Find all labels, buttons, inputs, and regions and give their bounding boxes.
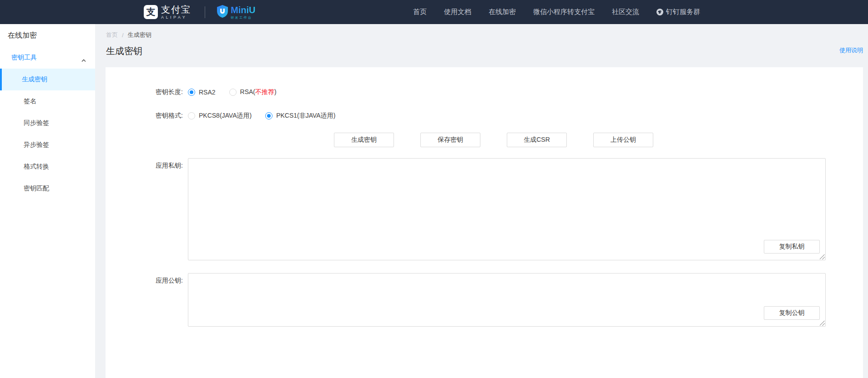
public-key-area: 复制公钥 — [188, 273, 826, 327]
nav-item-label: 社区交流 — [612, 8, 639, 16]
sidebar-item-generate-key[interactable]: 生成密钥 — [0, 69, 95, 90]
sidebar-item-label: 异步验签 — [24, 141, 49, 149]
public-key-label: 应用公钥: — [106, 277, 183, 285]
public-key-textarea[interactable] — [188, 274, 825, 326]
radio-rsa2[interactable]: RSA2 — [188, 89, 216, 96]
miniu-name: MiniU — [231, 5, 255, 15]
sidebar-item-label: 格式转换 — [24, 163, 49, 171]
miniu-logo-text: MiniU 研发工作台 — [231, 5, 255, 19]
usage-help-link[interactable]: 使用说明 — [839, 46, 863, 55]
generate-key-button[interactable]: 生成密钥 — [334, 133, 394, 147]
sidebar-group-label: 密钥工具 — [11, 54, 37, 62]
nav-item-label: 在线加密 — [489, 8, 516, 16]
sidebar-item-async-verify[interactable]: 异步验签 — [0, 134, 95, 156]
sidebar-item-format-convert[interactable]: 格式转换 — [0, 156, 95, 178]
radio-pkcs1-label: PKCS1(非JAVA适用) — [276, 112, 335, 120]
nav-item-wechat-to-alipay[interactable]: 微信小程序转支付宝 — [533, 8, 595, 16]
rsa-label-prefix: RSA( — [240, 88, 255, 95]
nav-item-docs[interactable]: 使用文档 — [444, 8, 471, 16]
key-format-label: 密钥格式: — [106, 112, 183, 120]
miniu-shield-icon — [217, 5, 228, 20]
radio-circle-icon[interactable] — [188, 89, 195, 96]
content-card: 密钥长度: RSA2 RSA(不推荐) 密钥格式: PKCS8(JAVA适用) … — [106, 67, 863, 378]
radio-rsa[interactable]: RSA(不推荐) — [229, 88, 277, 96]
nav-item-label: 使用文档 — [444, 8, 471, 16]
radio-circle-icon[interactable] — [229, 89, 237, 96]
rsa-not-recommended: 不推荐 — [255, 88, 274, 95]
public-key-row: 应用公钥: 复制公钥 — [106, 273, 863, 327]
private-key-textarea[interactable] — [188, 159, 825, 260]
copy-public-key-button[interactable]: 复制公钥 — [764, 306, 820, 320]
sidebar: 在线加密 密钥工具 生成密钥 签名 同步验签 异步验签 格式转换 密钥匹配 — [0, 24, 95, 378]
nav-item-label: 微信小程序转支付宝 — [533, 8, 595, 16]
nav-item-label: 钉钉服务群 — [666, 8, 700, 16]
radio-rsa2-label: RSA2 — [199, 89, 216, 96]
chevron-up-icon — [81, 56, 86, 64]
save-key-button[interactable]: 保存密钥 — [420, 133, 480, 147]
logo-divider — [205, 6, 205, 18]
resize-handle-icon[interactable] — [820, 321, 825, 326]
sidebar-group-key-tools[interactable]: 密钥工具 — [0, 47, 95, 69]
breadcrumb-home[interactable]: 首页 — [106, 31, 118, 39]
sidebar-title: 在线加密 — [0, 24, 95, 47]
radio-pkcs8-label: PKCS8(JAVA适用) — [199, 112, 252, 120]
radio-rsa-label: RSA(不推荐) — [240, 88, 277, 96]
alipay-logo-text: 支付宝 ALIPAY — [161, 5, 191, 20]
key-length-options: RSA2 RSA(不推荐) — [188, 88, 290, 96]
rsa-label-suffix: ) — [274, 88, 277, 95]
miniu-logo: MiniU 研发工作台 — [217, 5, 255, 20]
private-key-area: 复制私钥 — [188, 158, 826, 260]
dingtalk-icon — [656, 9, 663, 15]
key-format-options: PKCS8(JAVA适用) PKCS1(非JAVA适用) — [188, 112, 349, 120]
upload-public-key-button[interactable]: 上传公钥 — [593, 133, 653, 147]
sidebar-item-label: 生成密钥 — [22, 75, 47, 84]
breadcrumb: 首页 / 生成密钥 — [106, 31, 151, 39]
top-navbar: 支 支付宝 ALIPAY MiniU 研发工作 — [0, 0, 868, 24]
sidebar-item-label: 签名 — [24, 97, 36, 105]
key-length-row: 密钥长度: RSA2 RSA(不推荐) — [106, 88, 863, 96]
radio-circle-icon[interactable] — [265, 112, 273, 119]
alipay-glyph: 支 — [146, 6, 156, 18]
copy-private-key-button[interactable]: 复制私钥 — [764, 240, 820, 254]
nav-item-home[interactable]: 首页 — [413, 8, 427, 16]
sidebar-item-label: 同步验签 — [24, 119, 49, 127]
logo-block: 支 支付宝 ALIPAY MiniU 研发工作 — [144, 5, 255, 20]
radio-circle-icon[interactable] — [188, 112, 195, 119]
nav-item-dingtalk-group[interactable]: 钉钉服务群 — [656, 8, 700, 16]
miniu-subtitle: 研发工作台 — [231, 16, 255, 19]
resize-handle-icon[interactable] — [820, 254, 825, 259]
breadcrumb-current: 生成密钥 — [128, 31, 151, 39]
radio-pkcs1[interactable]: PKCS1(非JAVA适用) — [265, 112, 335, 120]
key-format-row: 密钥格式: PKCS8(JAVA适用) PKCS1(非JAVA适用) — [106, 112, 863, 120]
alipay-name-en: ALIPAY — [161, 15, 191, 20]
sidebar-item-key-match[interactable]: 密钥匹配 — [0, 178, 95, 199]
alipay-logo-icon: 支 — [144, 5, 158, 19]
nav-item-community[interactable]: 社区交流 — [612, 8, 639, 16]
actions-row: 生成密钥 保存密钥 生成CSR 上传公钥 — [334, 133, 863, 147]
radio-pkcs8[interactable]: PKCS8(JAVA适用) — [188, 112, 252, 120]
sidebar-item-sync-verify[interactable]: 同步验签 — [0, 112, 95, 134]
nav-menu: 首页 使用文档 在线加密 微信小程序转支付宝 社区交流 钉钉服务群 — [413, 0, 700, 24]
private-key-row: 应用私钥: 复制私钥 — [106, 147, 863, 260]
breadcrumb-separator: / — [122, 32, 124, 39]
alipay-name-cn: 支付宝 — [161, 5, 191, 14]
page-title: 生成密钥 — [106, 45, 142, 57]
generate-csr-button[interactable]: 生成CSR — [507, 133, 567, 147]
sidebar-item-label: 密钥匹配 — [24, 184, 49, 193]
key-length-label: 密钥长度: — [106, 88, 183, 96]
sidebar-item-sign[interactable]: 签名 — [0, 90, 95, 112]
nav-item-online-encrypt[interactable]: 在线加密 — [489, 8, 516, 16]
nav-item-label: 首页 — [413, 8, 427, 16]
private-key-label: 应用私钥: — [106, 162, 183, 170]
